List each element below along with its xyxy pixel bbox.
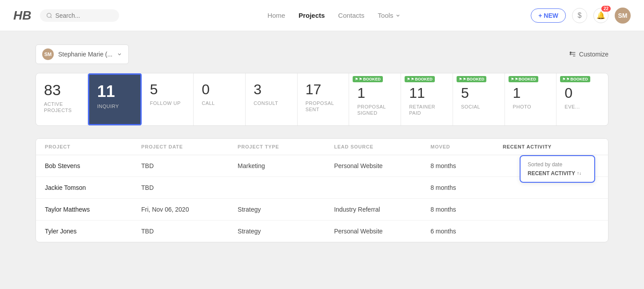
notification-button[interactable]: 🔔 22 bbox=[593, 8, 608, 23]
table-cell: 8 months bbox=[430, 184, 503, 191]
chevron-down-icon bbox=[395, 13, 401, 18]
sort-arrow-icon: ↑↓ bbox=[577, 171, 581, 176]
booked-badge: ⚑BOOKED bbox=[457, 76, 487, 82]
stat-card-proposal-sent[interactable]: 17PROPOSALSENT bbox=[298, 73, 350, 125]
svg-line-1 bbox=[51, 16, 52, 18]
project-name: Bob Stevens bbox=[45, 162, 141, 169]
table-header: PROJECTPROJECT DATEPROJECT TYPELEAD SOUR… bbox=[36, 139, 608, 155]
stat-label: RETAINERPAID bbox=[409, 104, 445, 116]
stat-label: FOLLOW UP bbox=[150, 100, 185, 106]
stat-number: 5 bbox=[150, 82, 185, 96]
user-selector-label: Stephanie Marie (... bbox=[58, 51, 112, 58]
navbar: HB Home Projects Contacts Tools + NEW $ … bbox=[0, 0, 644, 31]
stat-card-photo[interactable]: ⚑BOOKED1PHOTO bbox=[505, 73, 557, 125]
stat-number: 11 bbox=[409, 86, 445, 100]
table-cell: Personal Website bbox=[334, 228, 430, 235]
stat-number: 11 bbox=[97, 84, 133, 100]
stat-label: ACTIVEPROJECTS bbox=[44, 101, 80, 114]
search-input[interactable] bbox=[55, 12, 113, 19]
sort-tooltip-label: Sorted by date bbox=[528, 161, 587, 168]
table-cell: 6 months bbox=[430, 228, 503, 235]
svg-point-5 bbox=[570, 52, 571, 53]
stat-card-call[interactable]: 0CALL bbox=[194, 73, 246, 125]
project-name: Jackie Tomson bbox=[45, 184, 141, 191]
project-name: Tyler Jones bbox=[45, 228, 141, 235]
table-header-project-date[interactable]: PROJECT DATE bbox=[141, 144, 238, 149]
user-selector[interactable]: SM Stephanie Marie (... bbox=[36, 44, 129, 64]
sliders-icon bbox=[569, 51, 576, 58]
table-wrapper: PROJECTPROJECT DATEPROJECT TYPELEAD SOUR… bbox=[36, 138, 608, 242]
stat-number: 1 bbox=[357, 86, 393, 100]
booked-badge: ⚑BOOKED bbox=[405, 76, 435, 82]
logo: HB bbox=[13, 8, 31, 23]
stats-row: 83ACTIVEPROJECTS11INQUIRY5FOLLOW UP0CALL… bbox=[36, 73, 608, 126]
table-row[interactable]: Tyler JonesTBDStrategyPersonal Website6 … bbox=[36, 221, 608, 242]
stat-number: 0 bbox=[564, 86, 600, 100]
table-cell: Industry Referral bbox=[334, 206, 430, 213]
table-header-recent-activity[interactable]: RECENT ACTIVITY bbox=[503, 144, 599, 149]
table-cell: 8 months bbox=[430, 162, 503, 169]
user-avatar: SM bbox=[42, 48, 54, 60]
customize-button[interactable]: Customize bbox=[569, 51, 608, 58]
table-container: PROJECTPROJECT DATEPROJECT TYPELEAD SOUR… bbox=[36, 138, 608, 242]
svg-point-6 bbox=[570, 54, 571, 55]
stat-number: 5 bbox=[461, 86, 497, 100]
table-cell: Personal Website bbox=[334, 162, 430, 169]
page-content: SM Stephanie Marie (... Customize 83ACTI… bbox=[0, 31, 644, 289]
dollar-icon-button[interactable]: $ bbox=[572, 8, 587, 23]
stat-label: SOCIAL bbox=[461, 104, 497, 110]
sort-tooltip-value: RECENT ACTIVITY ↑↓ bbox=[528, 170, 587, 177]
booked-badge: ⚑BOOKED bbox=[509, 76, 539, 82]
search-icon bbox=[46, 12, 52, 19]
stat-label: CALL bbox=[202, 100, 237, 106]
stat-number: 3 bbox=[254, 82, 289, 96]
stat-card-social[interactable]: ⚑BOOKED5SOCIAL bbox=[453, 73, 505, 125]
table-header-moved[interactable]: MOVED bbox=[430, 144, 503, 149]
search-box[interactable] bbox=[40, 9, 119, 22]
stat-number: 1 bbox=[513, 86, 549, 100]
table-header-lead-source[interactable]: LEAD SOURCE bbox=[334, 144, 430, 149]
stat-number: 0 bbox=[202, 82, 237, 96]
stat-card-retainer-paid[interactable]: ⚑BOOKED11RETAINERPAID bbox=[401, 73, 453, 125]
stat-label: CONSULT bbox=[254, 100, 289, 106]
table-cell: Strategy bbox=[238, 206, 334, 213]
new-button[interactable]: + NEW bbox=[531, 8, 566, 23]
nav-projects[interactable]: Projects bbox=[298, 12, 325, 19]
nav-tools[interactable]: Tools bbox=[378, 12, 401, 19]
nav-actions: + NEW $ 🔔 22 SM bbox=[531, 8, 631, 24]
table-cell: Marketing bbox=[238, 162, 334, 169]
stat-card-inquiry[interactable]: 11INQUIRY bbox=[88, 73, 142, 125]
table-header-project-type[interactable]: PROJECT TYPE bbox=[238, 144, 334, 149]
notification-count: 22 bbox=[601, 6, 611, 12]
table-cell: Fri, Nov 06, 2020 bbox=[141, 206, 238, 213]
stat-number: 83 bbox=[44, 82, 80, 97]
booked-badge: ⚑BOOKED bbox=[353, 76, 383, 82]
stat-number: 17 bbox=[306, 82, 341, 96]
table-row[interactable]: Taylor MatthewsFri, Nov 06, 2020Strategy… bbox=[36, 199, 608, 221]
table-header-project[interactable]: PROJECT bbox=[45, 144, 141, 149]
stat-label: PROPOSALSIGNED bbox=[357, 104, 393, 116]
stat-label: EVE... bbox=[564, 104, 600, 110]
stat-label: PROPOSALSENT bbox=[306, 100, 341, 113]
project-name: Taylor Matthews bbox=[45, 206, 141, 213]
stat-card-proposal-signed[interactable]: ⚑BOOKED1PROPOSALSIGNED bbox=[349, 73, 401, 125]
nav-home[interactable]: Home bbox=[267, 12, 285, 19]
table-cell: TBD bbox=[141, 162, 238, 169]
customize-label: Customize bbox=[579, 51, 608, 58]
table-cell: 8 months bbox=[430, 206, 503, 213]
stat-card-eve...[interactable]: ⚑BOOKED0EVE... bbox=[557, 73, 608, 125]
stat-label: INQUIRY bbox=[97, 103, 133, 109]
avatar[interactable]: SM bbox=[615, 8, 631, 24]
sort-tooltip: Sorted by date RECENT ACTIVITY ↑↓ bbox=[520, 155, 595, 183]
stat-card-active-projects[interactable]: 83ACTIVEPROJECTS bbox=[36, 73, 88, 125]
stat-card-follow-up[interactable]: 5FOLLOW UP bbox=[142, 73, 194, 125]
page-header: SM Stephanie Marie (... Customize bbox=[36, 44, 608, 64]
table-cell: TBD bbox=[141, 184, 238, 191]
dropdown-icon bbox=[117, 52, 122, 57]
nav-contacts[interactable]: Contacts bbox=[338, 12, 364, 19]
stat-card-consult[interactable]: 3CONSULT bbox=[246, 73, 298, 125]
table-cell: Strategy bbox=[238, 228, 334, 235]
svg-point-0 bbox=[47, 13, 51, 17]
table-cell: TBD bbox=[141, 228, 238, 235]
nav-links: Home Projects Contacts Tools bbox=[137, 12, 531, 19]
